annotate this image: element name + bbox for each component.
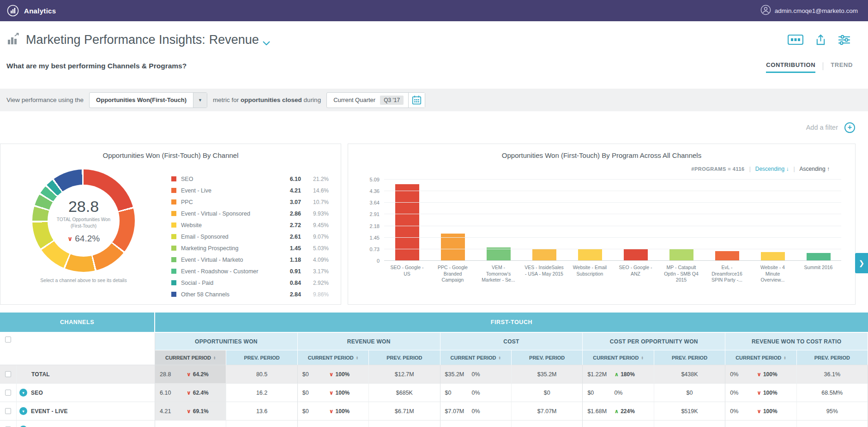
legend-label: PPC [181, 199, 280, 205]
legend-item[interactable]: Email - Sponsored2.619.07% [171, 231, 329, 242]
delta-value: 62.4% [193, 390, 209, 396]
card-view-icon[interactable] [788, 35, 803, 45]
bar-label: Website - 4 Minute Overview... [750, 265, 796, 283]
metric-dropdown[interactable]: Opportunities Won(First-Touch) ▼ [89, 92, 207, 108]
prev-period-header[interactable]: PREV. PERIOD [654, 350, 725, 365]
y-tick-label: 4.36 [358, 188, 380, 194]
delta-value: 0% [614, 390, 622, 396]
current-period-header[interactable]: CURRENT PERIOD▲▼ [440, 350, 512, 365]
donut-chart[interactable]: 28.8 TOTAL Opportunities Won (First-Touc… [32, 169, 135, 272]
bar[interactable] [624, 249, 648, 261]
bar-chart: 5.094.363.642.912.181.450.730 [384, 180, 841, 261]
sort-ascending-link[interactable]: Ascending ↑ [800, 166, 830, 172]
prev-period-header[interactable]: PREV. PERIOD [226, 350, 297, 365]
channels-header: CHANNELS [0, 313, 155, 333]
legend-value: 2.86 [280, 210, 301, 217]
group-header-5: REVENUE WON TO COST RATIO [725, 333, 868, 350]
metric-value: 0% [730, 408, 757, 415]
legend-swatch [171, 246, 176, 251]
legend-label: Social - Paid [181, 280, 280, 286]
current-period-header[interactable]: CURRENT PERIOD▲▼ [298, 350, 369, 365]
gridline: 1.45 [384, 237, 841, 238]
legend-item[interactable]: Event - Live4.2114.6% [171, 185, 329, 196]
legend-item[interactable]: PPC3.0710.7% [171, 196, 329, 208]
sort-arrows-icon[interactable]: ▲▼ [499, 356, 501, 360]
period-selector[interactable]: Current Quarter Q3 '17 [326, 92, 425, 108]
metric-delta: 0% [472, 408, 480, 415]
sort-arrows-icon[interactable]: ▲▼ [356, 356, 358, 360]
bar[interactable] [715, 251, 739, 261]
bar[interactable] [807, 253, 831, 261]
app-title: Analytics [24, 7, 56, 15]
metric-value: $1.22M [587, 371, 614, 378]
row-checkbox[interactable] [5, 371, 11, 377]
legend-pct: 5.03% [301, 245, 329, 252]
row-checkbox[interactable] [5, 408, 11, 414]
metric-delta: ∧180% [614, 371, 634, 378]
metric-prev-cell: 16.2 [226, 384, 297, 402]
delta-down-chevron: ∨ [757, 390, 761, 396]
legend-item[interactable]: Event - Roadshow - Customer0.913.17% [171, 265, 329, 277]
chevron-down-icon[interactable] [263, 34, 270, 48]
tab-trend[interactable]: TREND [831, 61, 853, 71]
marketo-logo-icon [6, 4, 19, 17]
sort-descending-link[interactable]: Descending ↓ [755, 166, 789, 172]
bar[interactable] [761, 252, 785, 261]
metric-prev-cell: 13.6 [226, 402, 297, 421]
prev-period-header[interactable]: PREV. PERIOD [797, 350, 868, 365]
expand-circle-icon[interactable]: ▾ [19, 407, 27, 415]
sort-arrows-icon[interactable]: ▲▼ [213, 356, 216, 360]
row-checkbox[interactable] [5, 390, 11, 396]
legend-item[interactable]: Event - Virtual - Marketo1.184.09% [171, 254, 329, 265]
sort-arrows-icon[interactable]: ▲▼ [784, 356, 786, 360]
calendar-icon[interactable] [408, 93, 425, 108]
scroll-right-chevron-icon[interactable]: ❯ [855, 253, 868, 273]
sliders-icon[interactable] [838, 35, 850, 45]
select-all-checkbox[interactable] [5, 337, 11, 343]
plus-circle-icon[interactable]: + [844, 122, 855, 133]
delta-down-chevron: ∨ [757, 371, 761, 378]
metric-value: $0 [302, 390, 329, 396]
bar-label: Summit 2016 [796, 265, 841, 283]
metric-current-cell: $0∨100% [298, 402, 369, 421]
sort-arrows-icon[interactable]: ▲▼ [641, 356, 643, 360]
legend-swatch [171, 292, 176, 297]
y-tick-label: 0.73 [358, 247, 380, 252]
tab-contribution[interactable]: CONTRIBUTION [766, 61, 815, 71]
prev-period-header[interactable]: PREV. PERIOD [369, 350, 440, 365]
expand-circle-icon[interactable]: ▾ [19, 389, 27, 397]
current-period-header[interactable]: CURRENT PERIOD▲▼ [155, 350, 226, 365]
user-menu[interactable]: admin.cmoqe1@marketo.com [760, 5, 858, 17]
legend-item[interactable]: SEO6.1021.2% [171, 173, 329, 185]
bar[interactable] [487, 247, 511, 261]
legend-item[interactable]: Website2.729.45% [171, 219, 329, 231]
legend-item[interactable]: Other 58 Channels2.849.86% [171, 289, 329, 300]
legend-pct: 21.2% [301, 176, 329, 182]
metric-delta: ∨100% [329, 371, 350, 378]
bar[interactable] [669, 249, 693, 261]
bar-label: SEO - Google - ANZ [613, 265, 658, 283]
bar[interactable] [395, 184, 419, 261]
legend-label: Event - Virtual - Sponsored [181, 210, 280, 217]
bar[interactable] [578, 249, 602, 261]
export-icon[interactable] [815, 34, 826, 46]
current-period-header[interactable]: CURRENT PERIOD▲▼ [583, 350, 654, 365]
delta-value: 224% [621, 408, 635, 415]
prev-period-header[interactable]: PREV. PERIOD [512, 350, 583, 365]
legend-value: 3.07 [280, 199, 301, 205]
metric-current-cell: $00% [440, 384, 512, 402]
legend-item[interactable]: Marketing Prospecting1.455.03% [171, 242, 329, 254]
view-tabs: CONTRIBUTION TREND [766, 61, 853, 71]
current-period-header[interactable]: CURRENT PERIOD▲▼ [725, 350, 796, 365]
legend-item[interactable]: Social - Paid0.842.92% [171, 277, 329, 289]
row-checkbox-cell [0, 421, 17, 427]
metric-current-cell: $7.07M0% [440, 402, 512, 421]
legend-label: Event - Roadshow - Customer [181, 268, 280, 275]
bar[interactable] [532, 249, 556, 261]
metric-prev-cell: $0 [512, 384, 583, 402]
legend-value: 0.91 [280, 268, 301, 275]
dropdown-caret-icon[interactable]: ▼ [193, 93, 207, 108]
filter-prefix-text: View performance using the [6, 96, 84, 103]
legend-swatch [171, 223, 176, 228]
legend-item[interactable]: Event - Virtual - Sponsored2.869.93% [171, 208, 329, 219]
